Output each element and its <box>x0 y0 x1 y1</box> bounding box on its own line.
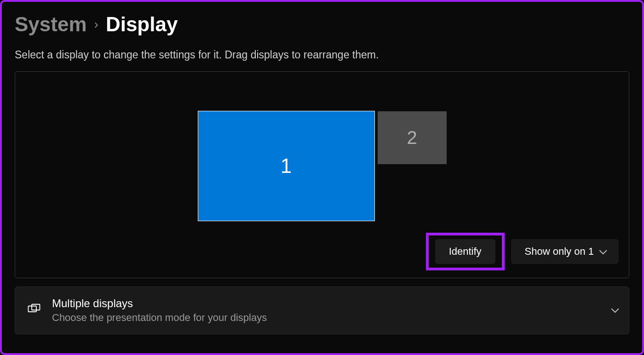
breadcrumb-current: Display <box>106 13 178 36</box>
display-monitor-1[interactable]: 1 <box>198 111 375 221</box>
display-monitor-2[interactable]: 2 <box>378 111 447 164</box>
multiple-displays-subtitle: Choose the presentation mode for your di… <box>52 312 600 324</box>
multiple-displays-title: Multiple displays <box>52 297 600 310</box>
identify-highlight-box: Identify <box>426 233 505 270</box>
display-arrangement-area[interactable]: 1 2 <box>15 72 629 233</box>
multiple-displays-row[interactable]: Multiple displays Choose the presentatio… <box>15 286 629 334</box>
breadcrumb: System › Display <box>15 13 629 36</box>
svg-rect-0 <box>29 306 37 312</box>
identify-button[interactable]: Identify <box>435 239 495 264</box>
multiple-displays-icon <box>27 303 41 318</box>
chevron-down-icon <box>599 246 607 254</box>
multiple-displays-text: Multiple displays Choose the presentatio… <box>52 297 600 324</box>
display-mode-dropdown[interactable]: Show only on 1 <box>511 239 619 264</box>
display-buttons-row: Identify Show only on 1 <box>426 233 619 270</box>
chevron-down-icon <box>611 306 617 315</box>
breadcrumb-parent[interactable]: System <box>15 13 87 36</box>
display-arrangement-box: 1 2 Identify Show only on 1 <box>15 71 629 278</box>
chevron-right-icon: › <box>94 17 98 32</box>
display-mode-label: Show only on 1 <box>525 246 594 258</box>
svg-rect-1 <box>32 304 40 310</box>
instructions-text: Select a display to change the settings … <box>15 49 629 61</box>
